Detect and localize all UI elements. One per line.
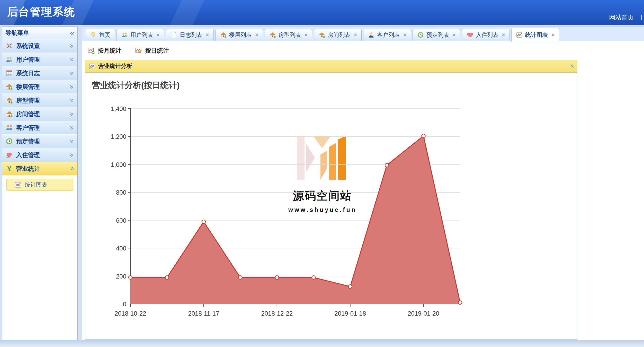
sidebar-item-booking-mgmt[interactable]: 预定管理 » — [2, 135, 77, 148]
chevron-double-down-icon: » — [68, 112, 75, 116]
svg-text:1,200: 1,200 — [111, 133, 126, 140]
sidebar-title: 导航菜单 — [5, 29, 70, 37]
tab-content: 按月统计 按日统计 营业统计分析 » 营业统计分析(按日统计) — [82, 41, 644, 340]
svg-text:2018-10-22: 2018-10-22 — [115, 310, 146, 317]
tab-roomtype-list[interactable]: 房型列表 × — [265, 29, 312, 41]
customers-icon — [5, 124, 13, 132]
tab-floor-list[interactable]: 楼层列表 × — [215, 29, 263, 41]
doc-icon — [171, 31, 177, 38]
users-icon — [5, 56, 13, 63]
yen-icon — [5, 165, 13, 172]
sidebar-item-roomtype-mgmt[interactable]: 房型管理 » — [2, 94, 77, 107]
monthly-stats-button[interactable]: 按月统计 — [87, 47, 121, 55]
close-icon[interactable]: × — [452, 32, 456, 38]
chevron-double-down-icon: » — [68, 126, 75, 129]
close-icon[interactable]: × — [403, 32, 406, 38]
clock-icon — [417, 31, 424, 38]
users-icon — [121, 31, 128, 38]
chevron-double-down-icon: » — [68, 71, 75, 75]
close-icon[interactable]: × — [156, 32, 160, 38]
house-icon — [5, 97, 13, 104]
chart-icon — [89, 63, 96, 70]
tab-stats-chart[interactable]: 统计图表 × — [511, 28, 559, 42]
svg-text:1,000: 1,000 — [111, 161, 126, 168]
chart-icon — [516, 31, 523, 38]
toolbar: 按月统计 按日统计 — [82, 41, 644, 60]
close-icon[interactable]: × — [206, 32, 209, 38]
bulb-icon — [90, 31, 97, 38]
sidebar-item-checkin-mgmt[interactable]: 入住管理 » — [2, 148, 77, 162]
app-title: 后台管理系统 — [7, 5, 75, 19]
svg-text:1,400: 1,400 — [111, 105, 126, 112]
sidebar-item-customer-mgmt[interactable]: 客户管理 » — [2, 121, 77, 135]
main-area: 首页 用户列表 × 日志列表 × 楼层列表 × 房型列表 × 房间列表 × — [82, 27, 644, 340]
sidebar-header: 导航菜单 « — [2, 27, 77, 39]
sidebar-item-room-mgmt[interactable]: 房间管理 » — [2, 107, 77, 121]
tab-booking-list[interactable]: 预定列表 × — [413, 29, 460, 41]
tab-room-list[interactable]: 房间列表 × — [314, 29, 362, 41]
svg-text:0: 0 — [123, 301, 126, 308]
stats-panel: 营业统计分析 » 营业统计分析(按日统计) 源码空间站 — [85, 60, 577, 340]
stats-panel-body: 营业统计分析(按日统计) 源码空间站 www.shuyue.fun 020040… — [85, 73, 577, 340]
close-icon[interactable]: × — [354, 32, 357, 38]
house-icon — [318, 31, 325, 38]
chevron-double-down-icon: » — [68, 85, 75, 89]
sidebar-item-revenue-stats[interactable]: 营业统计 » — [2, 162, 77, 176]
svg-text:2019-01-20: 2019-01-20 — [408, 310, 439, 317]
chevron-double-down-icon: » — [68, 98, 75, 102]
svg-text:2019-01-18: 2019-01-18 — [334, 310, 366, 317]
house-icon — [5, 83, 13, 91]
chevron-double-down-icon: » — [68, 139, 75, 143]
sidebar-item-system-log[interactable]: 系统日志 » — [2, 66, 77, 80]
close-icon[interactable]: × — [305, 32, 308, 38]
tab-log-list[interactable]: 日志列表 × — [166, 29, 214, 41]
tools-icon — [5, 42, 13, 50]
sidebar-item-stats-chart[interactable]: 统计图表 — [6, 179, 73, 191]
chevron-double-down-icon: » — [68, 57, 75, 61]
house-icon — [269, 31, 276, 38]
stats-panel-title: 营业统计分析 — [98, 62, 567, 70]
log-icon — [5, 69, 13, 77]
svg-text:200: 200 — [116, 273, 126, 280]
svg-text:400: 400 — [116, 245, 126, 252]
svg-text:2018-12-22: 2018-12-22 — [261, 310, 293, 317]
house-icon — [220, 31, 227, 38]
sidebar-item-user-mgmt[interactable]: 用户管理 » — [2, 53, 77, 66]
tab-customer-list[interactable]: 客户列表 × — [363, 29, 411, 41]
chevron-double-down-icon: » — [68, 153, 75, 157]
chart-title: 营业统计分析(按日统计) — [92, 80, 180, 91]
area-chart: 02004006008001,0001,2001,4002018-10-2220… — [85, 73, 577, 340]
heart-icon — [467, 31, 473, 38]
chevron-double-up-icon[interactable]: » — [568, 64, 575, 68]
sidebar-item-floor-mgmt[interactable]: 楼层管理 » — [2, 80, 77, 94]
clock-icon — [5, 137, 13, 145]
sidebar-panel: 导航菜单 « 系统设置 » 用户管理 » 系统日志 » 楼层管理 » 房型管理 … — [2, 27, 78, 340]
app-header: 后台管理系统 网站首页 | — [0, 0, 644, 25]
house-icon — [5, 110, 13, 118]
daily-stats-button[interactable]: 按日统计 — [135, 47, 169, 55]
chevron-double-up-icon: » — [68, 167, 75, 170]
close-icon[interactable]: × — [502, 32, 505, 38]
tab-checkin-list[interactable]: 入住列表 × — [462, 29, 510, 41]
tab-bar: 首页 用户列表 × 日志列表 × 楼层列表 × 房型列表 × 房间列表 × — [82, 27, 644, 41]
close-icon[interactable]: × — [551, 32, 554, 38]
chart-pencil-icon — [135, 47, 142, 54]
svg-text:800: 800 — [116, 189, 126, 196]
chevron-double-left-icon[interactable]: « — [70, 29, 74, 37]
svg-text:2018-11-17: 2018-11-17 — [188, 310, 219, 317]
person-icon — [368, 31, 375, 38]
site-home-link[interactable]: 网站首页 — [609, 13, 634, 22]
footer-strip — [0, 340, 644, 347]
chart-plus-icon — [87, 47, 95, 54]
close-icon[interactable]: × — [255, 32, 258, 38]
svg-text:600: 600 — [116, 217, 126, 224]
chart-icon — [14, 181, 22, 188]
header-separator: | — [641, 13, 642, 21]
stats-panel-header: 营业统计分析 » — [85, 60, 577, 73]
sidebar-submenu: 统计图表 — [2, 176, 77, 191]
tab-user-list[interactable]: 用户列表 × — [117, 29, 164, 41]
chevron-double-down-icon: » — [68, 44, 75, 48]
sidebar-item-system-settings[interactable]: 系统设置 » — [2, 39, 77, 53]
heart-icon — [5, 151, 13, 159]
tab-home[interactable]: 首页 — [85, 29, 115, 41]
